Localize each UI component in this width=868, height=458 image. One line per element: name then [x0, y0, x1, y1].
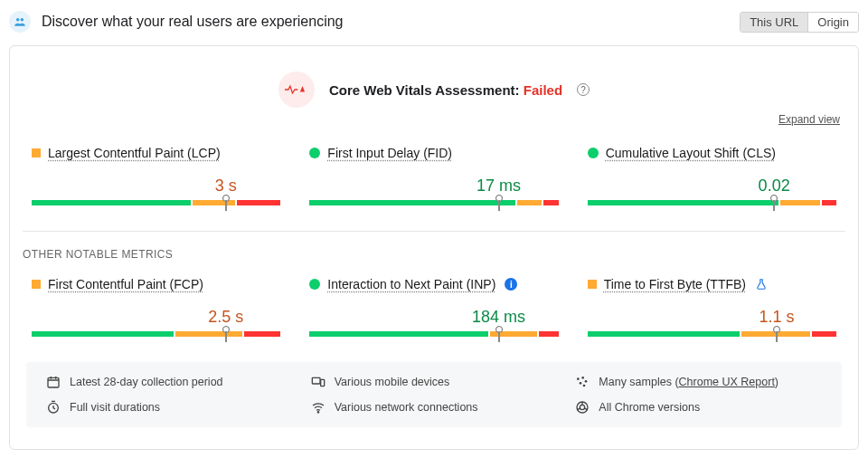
footer-devices: Various mobile devices: [311, 375, 558, 389]
distribution-bar: [588, 331, 836, 337]
metric-head: First Input Delay (FID): [309, 146, 558, 160]
svg-point-8: [580, 382, 582, 385]
metric-value-row: 17 ms: [309, 177, 558, 198]
scatter-icon: [575, 375, 590, 389]
metric-head: First Contentful Paint (FCP): [32, 277, 280, 291]
metric-value: 184 ms: [472, 308, 525, 327]
metric-head: Time to First Byte (TTFB): [588, 277, 836, 291]
rating-dot: [588, 280, 597, 289]
bar-segment: [32, 200, 191, 205]
bar-segment: [309, 200, 515, 205]
footer-durations-text: Full visit durations: [70, 401, 160, 414]
users-icon: [9, 11, 31, 33]
footer-durations: Full visit durations: [46, 400, 293, 415]
metric-value-row: 184 ms: [309, 308, 558, 329]
vitals-fail-icon: [278, 72, 315, 108]
distribution-bar: [588, 200, 836, 205]
bar-segment: [543, 200, 558, 205]
primary-metrics: Largest Contentful Paint (LCP)3 sFirst I…: [23, 146, 845, 205]
field-data-card: Core Web Vitals Assessment: Failed ? Exp…: [9, 45, 859, 450]
bar-segment: [812, 331, 836, 337]
assessment-text: Core Web Vitals Assessment: Failed: [329, 82, 562, 98]
devices-icon: [311, 375, 326, 389]
svg-point-12: [317, 412, 318, 413]
bar-segment: [780, 200, 819, 205]
metric-value-row: 3 s: [32, 177, 280, 198]
rating-dot: [309, 279, 320, 290]
svg-rect-3: [48, 377, 59, 387]
metric-name[interactable]: Time to First Byte (TTFB): [604, 277, 746, 291]
svg-rect-4: [312, 377, 320, 384]
bar-segment: [588, 331, 740, 337]
page-title: Discover what your real users are experi…: [42, 14, 343, 30]
metric-name[interactable]: First Input Delay (FID): [327, 146, 452, 160]
experimental-icon[interactable]: [755, 278, 768, 291]
metric-name[interactable]: Interaction to Next Paint (INP): [327, 277, 495, 291]
percentile-marker: [225, 326, 227, 342]
metric-value: 1.1 s: [759, 308, 794, 327]
metric-name[interactable]: Largest Contentful Paint (LCP): [48, 146, 221, 160]
metric-lcp: Largest Contentful Paint (LCP)3 s: [32, 146, 280, 205]
metric-value: 17 ms: [476, 177, 521, 196]
distribution-bar: [309, 200, 558, 205]
rating-dot: [32, 280, 41, 289]
metric-value: 2.5 s: [208, 308, 243, 327]
scope-this-url[interactable]: This URL: [741, 13, 807, 32]
metric-head: Largest Contentful Paint (LCP): [32, 146, 280, 160]
svg-point-10: [583, 385, 586, 387]
bar-segment: [309, 331, 488, 337]
bar-segment: [588, 200, 779, 205]
expand-view-link[interactable]: Expand view: [23, 113, 840, 126]
footer-samples: Many samples (Chrome UX Report): [575, 375, 822, 389]
rating-dot: [588, 148, 599, 158]
svg-point-6: [577, 377, 580, 380]
stopwatch-icon: [46, 400, 61, 415]
percentile-marker: [498, 195, 500, 211]
bar-segment: [822, 200, 836, 205]
percentile-marker: [776, 326, 778, 342]
footer-networks-text: Various network connections: [335, 401, 478, 414]
svg-point-7: [582, 377, 585, 379]
metric-head: Interaction to Next Paint (INP)i: [309, 277, 558, 291]
percentile-marker: [225, 195, 227, 211]
metric-value: 3 s: [215, 177, 237, 196]
metric-inp: Interaction to Next Paint (INP)i184 ms: [309, 277, 558, 337]
distribution-bar: [32, 331, 280, 337]
footer-versions-text: All Chrome versions: [599, 401, 700, 414]
metric-value: 0.02: [759, 177, 790, 196]
crux-report-link[interactable]: Chrome UX Report: [679, 376, 775, 388]
footer-samples-suffix: ): [775, 376, 778, 388]
methodology-footer: Latest 28-day collection period Various …: [26, 362, 842, 427]
assessment-status: Failed: [524, 82, 562, 98]
metric-fid: First Input Delay (FID)17 ms: [309, 146, 558, 205]
footer-networks: Various network connections: [311, 400, 558, 415]
bar-segment: [517, 200, 542, 205]
metric-value-row: 2.5 s: [32, 308, 280, 329]
bar-segment: [244, 331, 281, 337]
header-left: Discover what your real users are experi…: [9, 11, 343, 33]
bar-segment: [539, 331, 559, 337]
wifi-icon: [311, 400, 326, 415]
scope-origin[interactable]: Origin: [807, 13, 858, 32]
section-divider: [23, 231, 845, 232]
metric-name[interactable]: Cumulative Layout Shift (CLS): [606, 146, 776, 160]
bar-segment: [193, 200, 234, 205]
footer-period: Latest 28-day collection period: [46, 375, 293, 389]
help-icon[interactable]: ?: [577, 83, 590, 96]
svg-rect-5: [320, 379, 324, 386]
rating-dot: [32, 148, 41, 157]
other-metrics: First Contentful Paint (FCP)2.5 sInterac…: [23, 277, 845, 337]
footer-samples-prefix: Many samples (: [599, 376, 678, 388]
svg-point-1: [21, 18, 24, 22]
bar-segment: [237, 200, 281, 205]
distribution-bar: [32, 200, 280, 205]
metric-ttfb: Time to First Byte (TTFB)1.1 s: [588, 277, 836, 337]
footer-devices-text: Various mobile devices: [335, 376, 450, 388]
svg-point-0: [16, 18, 20, 22]
assessment-label: Core Web Vitals Assessment:: [329, 82, 524, 98]
info-icon[interactable]: i: [505, 278, 517, 291]
metric-name[interactable]: First Contentful Paint (FCP): [48, 277, 203, 291]
chrome-icon: [575, 400, 590, 415]
svg-point-14: [580, 405, 585, 409]
calendar-icon: [46, 375, 61, 389]
